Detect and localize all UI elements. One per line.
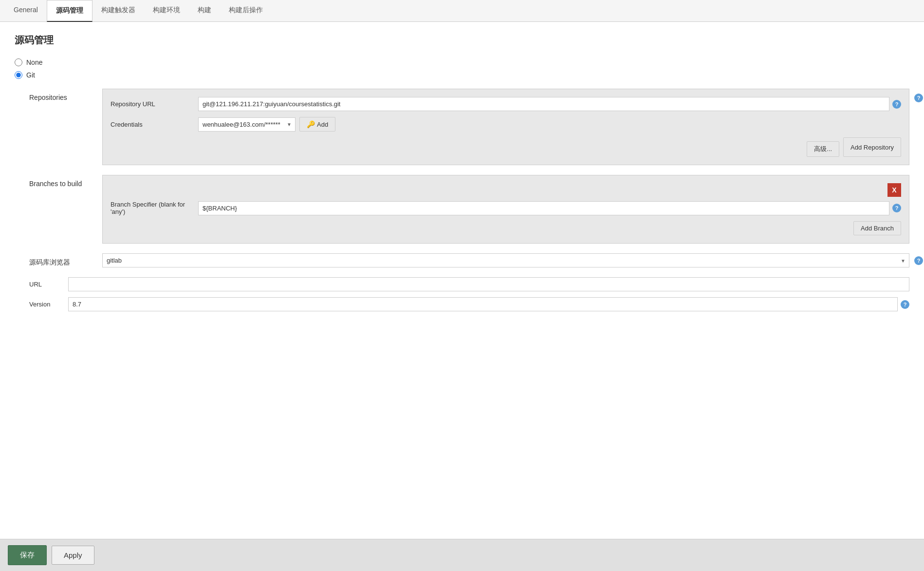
radio-git[interactable]: Git [15, 71, 909, 79]
version-input[interactable] [68, 297, 898, 311]
source-browser-select[interactable]: gitlab (自动) assembla bitbucketWeb cgit f… [102, 253, 909, 267]
radio-git-label: Git [26, 71, 35, 79]
advanced-button[interactable]: 高级... [807, 141, 839, 157]
repositories-content: Repository URL ? Credentials wenhualee@1… [102, 89, 909, 165]
save-button[interactable]: 保存 [8, 545, 47, 565]
tab-build[interactable]: 构建 [189, 0, 220, 21]
branches-content: X Branch Specifier (blank for 'any') ? A… [102, 175, 909, 244]
source-browser-help-icon[interactable]: ? [914, 256, 923, 265]
tab-post-build[interactable]: 构建后操作 [220, 0, 272, 21]
repo-url-row: Repository URL ? [111, 97, 901, 111]
tab-general[interactable]: General [5, 0, 47, 21]
source-browser-section: 源码库浏览器 gitlab (自动) assembla bitbucketWeb… [15, 253, 909, 267]
tab-build-env[interactable]: 构建环境 [144, 0, 189, 21]
credentials-select[interactable]: wenhualee@163.com/****** - none - [198, 117, 296, 132]
branch-specifier-input-wrap [198, 201, 889, 215]
page-title: 源码管理 [15, 34, 909, 47]
add-branch-button[interactable]: Add Branch [853, 221, 901, 235]
branch-bottom-buttons: Add Branch [111, 221, 901, 235]
branch-specifier-label: Branch Specifier (blank for 'any') [111, 201, 198, 215]
bottom-bar: 保存 Apply [0, 539, 924, 570]
branches-section: Branches to build X Branch Specifier (bl… [15, 175, 909, 244]
source-browser-label: 源码库浏览器 [15, 253, 102, 267]
source-browser-row: gitlab (自动) assembla bitbucketWeb cgit f… [102, 253, 909, 267]
version-input-wrap [68, 297, 898, 311]
credentials-row: Credentials wenhualee@163.com/****** - n… [111, 117, 901, 132]
branch-specifier-row: Branch Specifier (blank for 'any') ? [111, 201, 901, 215]
add-repository-button[interactable]: Add Repository [843, 137, 901, 157]
credentials-controls: wenhualee@163.com/****** - none - ▼ 🔑 Ad… [198, 117, 335, 132]
repo-url-input-wrap [198, 97, 889, 111]
version-label: Version [29, 301, 68, 308]
repo-bottom-buttons: 高级... Add Repository [111, 137, 901, 157]
source-browser-select-wrap: gitlab (自动) assembla bitbucketWeb cgit f… [102, 253, 909, 267]
radio-none-label: None [26, 58, 42, 66]
tab-build-triggers[interactable]: 构建触发器 [92, 0, 144, 21]
tab-source-mgmt[interactable]: 源码管理 [47, 0, 92, 22]
version-help-icon[interactable]: ? [901, 300, 909, 309]
add-credentials-button[interactable]: 🔑 Add [299, 117, 335, 132]
radio-group: None Git [15, 58, 909, 79]
repositories-help-icon[interactable]: ? [914, 94, 923, 102]
branches-label: Branches to build [15, 175, 102, 188]
add-credentials-label: Add [317, 121, 328, 128]
branch-specifier-input[interactable] [198, 201, 889, 215]
version-row: Version ? [29, 297, 909, 311]
url-label: URL [29, 281, 68, 288]
repo-url-label: Repository URL [111, 100, 198, 108]
radio-none-input[interactable] [15, 58, 22, 66]
branch-specifier-help-icon[interactable]: ? [892, 204, 901, 212]
remove-branch-button[interactable]: X [887, 183, 901, 197]
url-version-section: URL Version ? [15, 277, 909, 311]
url-row: URL [29, 277, 909, 291]
tab-bar: General 源码管理 构建触发器 构建环境 构建 构建后操作 [0, 0, 924, 22]
url-input-wrap [68, 277, 909, 291]
radio-none[interactable]: None [15, 58, 909, 66]
repositories-label: Repositories [15, 89, 102, 101]
main-content: 源码管理 None Git Repositories Repository UR… [0, 22, 924, 570]
credentials-select-wrap: wenhualee@163.com/****** - none - ▼ [198, 117, 296, 132]
radio-git-input[interactable] [15, 71, 22, 79]
repo-url-input[interactable] [198, 97, 889, 111]
branch-header: X [111, 183, 901, 197]
key-icon: 🔑 [307, 120, 315, 128]
repo-url-help-icon[interactable]: ? [892, 100, 901, 109]
url-input[interactable] [68, 277, 909, 291]
repositories-section: Repositories Repository URL ? Credential… [15, 89, 909, 165]
credentials-label: Credentials [111, 121, 198, 128]
apply-button[interactable]: Apply [52, 546, 94, 565]
